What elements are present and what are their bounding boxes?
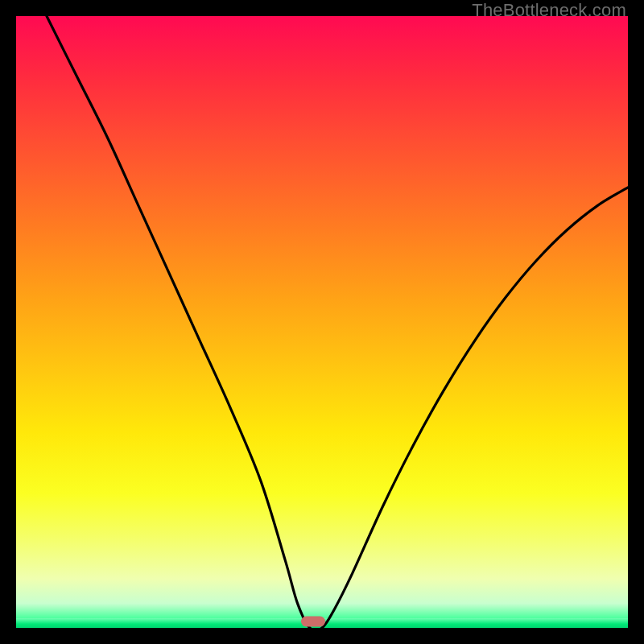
bottleneck-curve [47,16,628,628]
plot-area [16,16,628,628]
chart-frame: TheBottleneck.com [0,0,644,644]
watermark-text: TheBottleneck.com [472,0,626,21]
optimal-marker [301,617,325,627]
curve-svg [16,16,628,628]
